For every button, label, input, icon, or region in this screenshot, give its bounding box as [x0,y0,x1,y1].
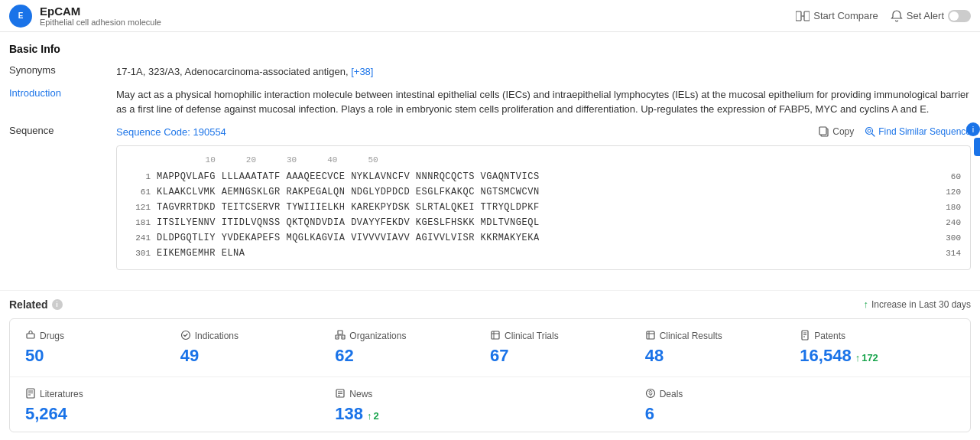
seq-start-num: 181 [126,217,157,230]
copy-icon [819,126,829,137]
metric-value: 67 [490,346,508,366]
copy-button[interactable]: Copy [819,126,854,137]
metric-header: Deals [645,388,683,401]
svg-rect-1 [804,11,810,21]
metrics-row-2: Literatures5,264News138↑ 2Deals6 [10,388,970,424]
metric-item[interactable]: News138↑ 2 [335,388,644,424]
svg-rect-7 [27,334,34,338]
metric-item[interactable]: Drugs50 [25,330,180,366]
metric-label: News [349,389,372,399]
metric-increase: ↑ 172 [855,352,878,363]
metric-label: Organizations [349,331,406,341]
metric-value: 62 [335,346,353,366]
synonyms-value: 17-1A, 323/A3, Adenocarcinoma-associated… [116,64,971,80]
alert-icon [891,10,903,22]
seq-start-num: 301 [126,247,157,260]
increase-value: 2 [374,410,379,422]
metric-value-row: 138↑ 2 [335,404,378,424]
metric-item[interactable]: Clinical Trials67 [490,330,645,366]
trials-icon [490,330,501,343]
synonyms-more-link[interactable]: [+38] [351,66,373,77]
sequence-header: Sequence Code: 190554 Copy [116,125,971,140]
info-sidebar-icon[interactable]: i [966,122,980,136]
metric-header: Indications [180,330,239,343]
related-title: Related i [9,298,63,311]
increase-value: 172 [862,352,878,363]
increase-arrow: ↑ [367,410,372,422]
metric-value: 6 [645,404,654,424]
metric-item[interactable]: Clinical Results48 [645,330,800,366]
introduction-label[interactable]: Introduction [9,87,116,99]
seq-start-num: 61 [126,186,157,199]
title-group: EpCAM Epithelial cell adhesion molecule [40,5,161,27]
sequence-lines: 1 MAPPQVLAFG LLLAAATATF AAAQEECVCE NYKLA… [126,170,961,260]
find-similar-button[interactable]: Find Similar Sequence [865,126,971,137]
related-info-icon[interactable]: i [52,299,63,310]
metric-value: 16,548 [800,346,851,366]
sequence-value: Sequence Code: 190554 Copy [116,125,971,275]
seq-text: MAPPQVLAFG LLLAAATATF AAAQEECVCE NYKLAVN… [157,170,945,184]
page-subtitle: Epithelial cell adhesion molecule [40,18,161,27]
synonyms-row: Synonyms 17-1A, 323/A3, Adenocarcinoma-a… [9,64,971,80]
metric-item[interactable]: Literatures5,264 [25,388,335,424]
results-icon [645,330,656,343]
alert-toggle[interactable] [948,10,971,22]
metric-item[interactable]: Indications49 [180,330,336,366]
metric-value-row: 62 [335,346,353,366]
metric-value-row: 50 [25,346,44,366]
sequence-line: 301 EIKEMGEMHR ELNA 314 [126,246,961,260]
svg-rect-0 [796,11,801,21]
metric-header: Drugs [25,330,64,343]
header: E EpCAM Epithelial cell adhesion molecul… [0,0,980,32]
seq-end-num: 120 [946,186,961,199]
metric-label: Clinical Trials [505,331,559,341]
metric-header: Patents [800,330,845,343]
news-icon [335,388,346,401]
sequence-box: 10 20 30 40 50 1 MAPPQVLAFG LLLAAATATF A… [116,145,971,270]
sequence-ruler: 10 20 30 40 50 [126,154,961,167]
basic-info-title: Basic Info [9,43,971,55]
metric-header: Clinical Trials [490,330,559,343]
sidebar-note: i [966,122,980,156]
sequence-line: 181 ITSILYENNV ITIDLVQNSS QKTQNDVDIA DVA… [126,216,961,230]
sequence-code-link[interactable]: Sequence Code: 190554 [116,125,226,140]
metric-value-row: 67 [490,346,508,366]
seq-text: EIKEMGEMHR ELNA [157,246,939,260]
metric-increase: ↑ 2 [367,410,379,422]
metric-item[interactable]: Organizations62 [335,330,490,366]
sidebar-bar[interactable] [974,138,980,156]
seq-end-num: 240 [946,217,961,230]
sequence-actions: Copy Find Similar Sequence [819,126,971,137]
metric-header: Organizations [335,330,406,343]
organizations-icon [335,330,346,343]
metric-label: Patents [814,331,845,341]
start-compare-button[interactable]: Start Compare [796,10,878,21]
metric-label: Deals [660,389,683,399]
set-alert-button[interactable]: Set Alert [891,10,971,22]
svg-rect-12 [492,331,499,339]
find-similar-icon [865,126,875,137]
synonyms-label: Synonyms [9,64,116,76]
basic-info-section: Basic Info Synonyms 17-1A, 323/A3, Adeno… [0,32,980,291]
seq-end-num: 180 [946,201,961,214]
sequence-line: 241 DLDPGQTLIY YVDEKAPEFS MQGLKAGVIA VIV… [126,231,961,245]
metric-header: News [335,388,372,401]
svg-point-6 [868,129,871,132]
related-card: Drugs50Indications49Organizations62Clini… [9,318,971,432]
sequence-line: 1 MAPPQVLAFG LLLAAATATF AAAQEECVCE NYKLA… [126,170,961,184]
metric-label: Clinical Results [660,331,722,341]
sequence-line: 121 TAGVRRTDKD TEITCSERVR TYWIIIELKH KAR… [126,200,961,214]
indications-icon [180,330,191,343]
seq-text: TAGVRRTDKD TEITCSERVR TYWIIIELKH KAREKPY… [157,200,939,214]
seq-start-num: 1 [126,171,157,184]
page-title: EpCAM [40,5,161,18]
metric-value: 49 [180,346,199,366]
patents-icon [800,330,810,343]
metric-item[interactable]: Deals6 [645,388,955,424]
metric-item[interactable]: Patents16,548↑ 172 [800,330,955,366]
metric-header: Literatures [25,388,83,401]
metric-value-row: 16,548↑ 172 [800,346,878,366]
introduction-row: Introduction May act as a physical homop… [9,87,971,117]
seq-end-num: 300 [946,232,961,245]
seq-end-num: 314 [946,247,961,260]
